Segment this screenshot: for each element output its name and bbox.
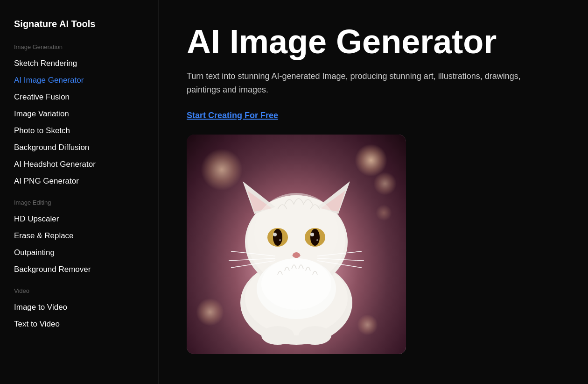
sidebar-category-image-editing: Image EditingHD UpscalerErase & ReplaceO…: [14, 199, 144, 278]
svg-point-10: [273, 229, 282, 246]
svg-point-11: [273, 233, 277, 236]
svg-point-14: [310, 229, 320, 246]
cat-svg-container: [187, 135, 406, 354]
sidebar-item-text-to-video[interactable]: Text to Video: [14, 316, 144, 333]
sidebar: Signature AI Tools Image GenerationSketc…: [0, 0, 159, 384]
page-description: Turn text into stunning AI-generated Ima…: [187, 70, 537, 97]
sidebar-item-ai-image-generator[interactable]: AI Image Generator: [14, 72, 144, 89]
sidebar-item-image-to-video[interactable]: Image to Video: [14, 299, 144, 316]
svg-point-27: [299, 326, 331, 345]
svg-point-17: [293, 252, 300, 258]
hero-image-container: [187, 135, 406, 354]
sidebar-item-image-variation[interactable]: Image Variation: [14, 106, 144, 122]
main-content: AI Image Generator Turn text into stunni…: [159, 0, 588, 384]
sidebar-item-creative-fusion[interactable]: Creative Fusion: [14, 89, 144, 106]
sidebar-category-video: VideoImage to VideoText to Video: [14, 287, 144, 333]
svg-point-16: [316, 239, 318, 241]
svg-point-15: [310, 233, 314, 236]
category-label: Image Generation: [14, 43, 144, 50]
start-creating-link[interactable]: Start Creating For Free: [187, 111, 278, 121]
sidebar-item-background-remover[interactable]: Background Remover: [14, 261, 144, 278]
page-title: AI Image Generator: [187, 23, 560, 60]
sidebar-item-ai-headshot-generator[interactable]: AI Headshot Generator: [14, 156, 144, 173]
sidebar-item-photo-to-sketch[interactable]: Photo to Sketch: [14, 122, 144, 139]
sidebar-title: Signature AI Tools: [14, 19, 144, 29]
category-label: Image Editing: [14, 199, 144, 206]
sidebar-item-hd-upscaler[interactable]: HD Upscaler: [14, 211, 144, 228]
sidebar-category-image-generation: Image GenerationSketch RenderingAI Image…: [14, 43, 144, 190]
sidebar-item-ai-png-generator[interactable]: AI PNG Generator: [14, 173, 144, 190]
hero-image: [187, 135, 406, 354]
svg-point-25: [261, 258, 331, 310]
sidebar-item-outpainting[interactable]: Outpainting: [14, 244, 144, 261]
category-label: Video: [14, 287, 144, 294]
svg-point-26: [261, 326, 294, 345]
sidebar-item-erase-replace[interactable]: Erase & Replace: [14, 228, 144, 244]
sidebar-item-sketch-rendering[interactable]: Sketch Rendering: [14, 55, 144, 72]
svg-point-12: [279, 239, 281, 241]
sidebar-item-background-diffusion[interactable]: Background Diffusion: [14, 139, 144, 156]
